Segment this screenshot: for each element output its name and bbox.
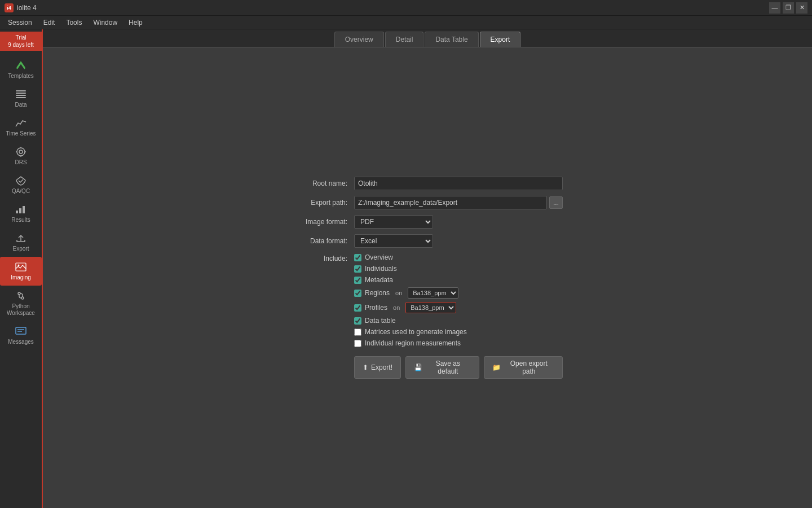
image-format-row: Image format: PDFPNGSVGTIFF [292, 215, 563, 229]
checkbox-metadata: Metadata [354, 276, 467, 284]
tabbar: Overview Detail Data Table Export [43, 29, 812, 47]
browse-button[interactable]: ... [549, 196, 563, 209]
individual-regions-checkbox[interactable] [354, 340, 361, 347]
regions-select[interactable]: Ba138_ppmCa43_ppmMg24_ppmSr88_ppm [408, 287, 458, 299]
maximize-button[interactable]: ❐ [783, 2, 794, 14]
sidebar-item-label-messages: Messages [8, 339, 34, 345]
checkbox-regions: Regions on Ba138_ppmCa43_ppmMg24_ppmSr88… [354, 287, 467, 299]
sidebar-item-label-qaqc: QA/QC [12, 188, 30, 195]
profiles-checkbox[interactable] [354, 304, 361, 312]
save-icon: 💾 [414, 364, 422, 371]
profiles-select[interactable]: Ba138_ppmCa43_ppmMg24_ppmSr88_ppm [405, 302, 456, 313]
svg-point-16 [18, 292, 20, 295]
regions-checkbox[interactable] [354, 290, 361, 297]
profiles-on-label: on [393, 304, 400, 311]
regions-checkbox-label: Regions [365, 289, 390, 297]
svg-rect-12 [23, 206, 25, 213]
sidebar-item-messages[interactable]: Messages [0, 321, 42, 350]
datatable-checkbox[interactable] [354, 317, 361, 325]
svg-rect-3 [16, 97, 26, 98]
tab-datatable[interactable]: Data Table [425, 32, 478, 47]
titlebar: i4 iolite 4 — ❐ ✕ [0, 0, 812, 16]
results-icon [14, 204, 28, 215]
python-icon [14, 290, 28, 301]
svg-rect-1 [16, 93, 26, 94]
save-default-button[interactable]: 💾 Save as default [405, 356, 479, 379]
sidebar-item-label-python: Python Workspace [7, 303, 35, 317]
menubar-item-help[interactable]: Help [123, 17, 148, 28]
sidebar-item-label-data: Data [15, 102, 27, 108]
checkbox-matrices: Matrices used to generate images [354, 328, 467, 336]
tab-detail[interactable]: Detail [385, 32, 424, 47]
metadata-checkbox[interactable] [354, 277, 361, 284]
individuals-checkbox-label: Individuals [365, 265, 397, 273]
sidebar-item-timeseries[interactable]: Time Series [0, 113, 42, 142]
include-label: Include: [292, 253, 354, 262]
main-layout: Trial 9 days left TemplatesDataTime Seri… [0, 29, 812, 508]
image-format-select[interactable]: PDFPNGSVGTIFF [354, 215, 433, 229]
export-button[interactable]: ⬆ Export! [354, 356, 401, 379]
messages-icon [14, 326, 28, 337]
checkbox-profiles: Profiles on Ba138_ppmCa43_ppmMg24_ppmSr8… [354, 302, 467, 313]
individuals-checkbox[interactable] [354, 265, 361, 273]
matrices-checkbox[interactable] [354, 329, 361, 336]
svg-rect-0 [16, 90, 26, 91]
data-format-select[interactable]: ExcelCSVJSON [354, 234, 433, 248]
regions-on-label: on [395, 290, 402, 296]
tab-export[interactable]: Export [480, 32, 521, 47]
sidebar-item-export[interactable]: Export [0, 228, 42, 257]
menubar-item-window[interactable]: Window [87, 17, 123, 28]
imaging-icon [14, 261, 28, 273]
sidebar-item-label-drs: DRS [15, 159, 27, 166]
open-icon: 📁 [492, 364, 501, 371]
sidebar-item-templates[interactable]: Templates [0, 55, 42, 84]
open-button-label: Open export path [504, 360, 554, 375]
sidebar-item-label-imaging: Imaging [11, 274, 31, 281]
sidebar-item-data[interactable]: Data [0, 84, 42, 113]
include-section: Include: Overview Individuals Meta [292, 253, 563, 347]
menubar: SessionEditToolsWindowHelp [0, 16, 812, 29]
app-title: iolite 4 [17, 4, 37, 12]
minimize-button[interactable]: — [769, 2, 780, 14]
sidebar-item-python[interactable]: Python Workspace [0, 286, 42, 321]
datatable-checkbox-label: Data table [365, 317, 396, 325]
checkbox-datatable: Data table [354, 317, 467, 325]
root-name-row: Root name: [292, 177, 563, 190]
sidebar-item-drs[interactable]: DRS [0, 142, 42, 170]
checkbox-overview: Overview [354, 253, 467, 261]
titlebar-controls: — ❐ ✕ [769, 2, 807, 14]
checkbox-individual-regions: Individual region measurements [354, 339, 467, 347]
export-path-row: Export path: ... [292, 196, 563, 209]
open-export-path-button[interactable]: 📁 Open export path [484, 356, 563, 379]
menubar-item-edit[interactable]: Edit [38, 17, 61, 28]
svg-point-17 [21, 297, 24, 299]
menubar-item-tools[interactable]: Tools [60, 17, 87, 28]
timeseries-icon [14, 117, 28, 129]
sidebar-item-qaqc[interactable]: QA/QC [0, 170, 42, 199]
svg-rect-18 [16, 327, 26, 334]
tab-overview[interactable]: Overview [334, 32, 384, 47]
root-name-input[interactable] [354, 177, 563, 190]
export-path-input[interactable] [354, 196, 547, 209]
image-format-label: Image format: [292, 218, 354, 226]
svg-rect-10 [16, 211, 18, 213]
svg-rect-2 [16, 95, 26, 96]
export-icon: ⬆ [363, 364, 368, 371]
trial-badge: Trial 9 days left [0, 32, 42, 51]
sidebar-item-label-templates: Templates [8, 73, 34, 80]
content-area: Overview Detail Data Table Export Root n… [43, 29, 812, 508]
export-icon [14, 233, 28, 244]
export-path-label: Export path: [292, 199, 354, 207]
svg-point-15 [18, 265, 20, 266]
matrices-checkbox-label: Matrices used to generate images [365, 328, 467, 336]
menubar-item-session[interactable]: Session [2, 17, 38, 28]
checkboxes-container: Overview Individuals Metadata Re [354, 253, 467, 347]
svg-rect-11 [19, 208, 21, 213]
profiles-checkbox-label: Profiles [365, 304, 387, 312]
overview-checkbox[interactable] [354, 254, 361, 261]
sidebar-item-results[interactable]: Results [0, 199, 42, 228]
close-button[interactable]: ✕ [796, 2, 807, 14]
svg-point-4 [17, 148, 25, 156]
sidebar-items: TemplatesDataTime SeriesDRSQA/QCResultsE… [0, 55, 42, 350]
sidebar-item-imaging[interactable]: Imaging [0, 257, 42, 286]
